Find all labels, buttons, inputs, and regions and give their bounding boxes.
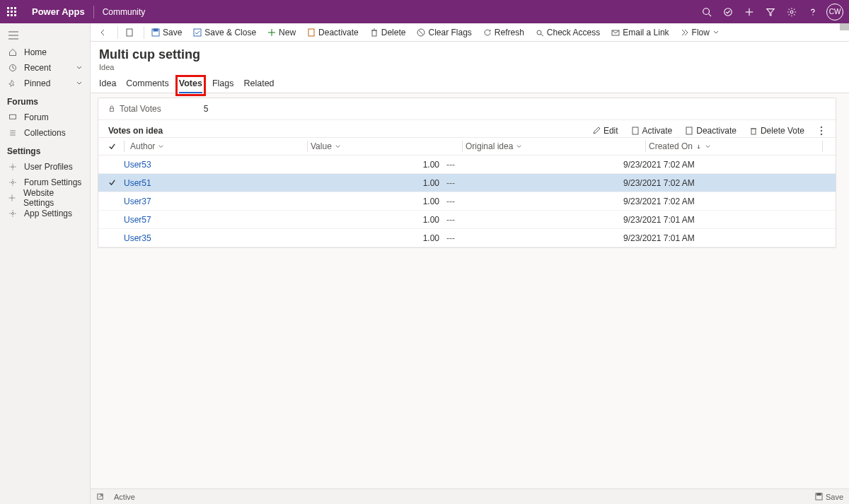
cell-value: 1.00 [298, 215, 446, 225]
svg-rect-1 [11, 7, 13, 9]
sidebar-item-label: User Profiles [24, 162, 73, 172]
author-link[interactable]: User35 [124, 233, 151, 243]
author-link[interactable]: User37 [124, 197, 151, 206]
svg-point-49 [821, 130, 822, 131]
svg-rect-31 [194, 29, 201, 36]
record-status: Active [114, 493, 135, 501]
total-votes-value: 5 [204, 104, 209, 114]
cell-original: --- [446, 178, 623, 188]
cell-created: 9/23/2021 7:02 AM [623, 197, 826, 206]
grid-header-row: Author Value Original idea Created On [98, 137, 836, 156]
refresh-button[interactable]: Refresh [478, 23, 530, 41]
help-icon[interactable] [802, 0, 824, 23]
svg-rect-2 [14, 7, 16, 9]
lock-icon [108, 105, 115, 112]
svg-point-50 [821, 134, 822, 135]
grid-deactivate-button[interactable]: Deactivate [685, 126, 737, 136]
deactivate-button[interactable]: Deactivate [301, 23, 364, 41]
col-value[interactable]: Value [311, 141, 459, 151]
grid-activate-button[interactable]: Activate [631, 126, 673, 136]
table-row[interactable]: User351.00---9/23/2021 7:01 AM [98, 229, 836, 247]
cell-value: 1.00 [298, 233, 446, 243]
sidebar-item-home[interactable]: Home [0, 45, 90, 60]
clear-flags-button[interactable]: Clear Flags [411, 23, 477, 41]
cell-value: 1.00 [298, 160, 446, 170]
sidebar-item-recent[interactable]: Recent [0, 60, 90, 76]
record-title: Multi cup setting [99, 47, 849, 62]
flow-button[interactable]: Flow [675, 23, 728, 41]
svg-line-10 [709, 13, 712, 16]
svg-point-25 [12, 182, 14, 184]
save-close-button[interactable]: Save & Close [187, 23, 262, 41]
svg-point-48 [821, 127, 822, 128]
svg-rect-3 [7, 11, 9, 13]
sidebar-item-label: Pinned [24, 78, 50, 88]
table-row[interactable]: User371.00---9/23/2021 7:02 AM [98, 192, 836, 211]
sidebar-item-label: Forum [24, 112, 49, 122]
svg-rect-53 [817, 493, 821, 496]
popout-icon[interactable] [96, 493, 104, 500]
sidebar-item-collections[interactable]: Collections [0, 125, 90, 141]
svg-point-11 [724, 8, 732, 16]
new-button[interactable]: New [262, 23, 301, 41]
svg-point-24 [12, 166, 14, 168]
open-record-set-icon[interactable] [120, 23, 142, 41]
tab-comments[interactable]: Comments [126, 78, 168, 93]
sidebar-item-app-settings[interactable]: App Settings [0, 206, 90, 221]
search-icon[interactable] [696, 0, 717, 23]
gear-icon[interactable] [781, 0, 802, 23]
author-link[interactable]: User53 [124, 160, 151, 170]
author-link[interactable]: User57 [124, 215, 151, 225]
nav-collapse-icon[interactable] [0, 26, 90, 45]
gear-icon [7, 178, 18, 187]
tab-flags[interactable]: Flags [212, 78, 234, 93]
sidebar-item-website-settings[interactable]: Website Settings [0, 190, 90, 206]
add-icon[interactable] [739, 0, 760, 23]
select-all-checkbox[interactable] [108, 143, 121, 151]
total-votes-row: Total Votes 5 [98, 98, 836, 120]
filter-icon[interactable] [760, 0, 781, 23]
svg-rect-30 [154, 29, 158, 31]
environment-name[interactable]: Community [94, 7, 154, 17]
save-button[interactable]: Save [146, 23, 187, 41]
pin-icon [7, 79, 18, 88]
col-original-idea[interactable]: Original idea [466, 141, 642, 151]
tab-related[interactable]: Related [243, 78, 274, 93]
svg-point-9 [703, 8, 710, 14]
user-avatar[interactable]: CW [826, 4, 843, 20]
grid-more-icon[interactable] [817, 126, 826, 136]
svg-rect-44 [633, 127, 638, 134]
cell-created: 9/23/2021 7:02 AM [623, 160, 826, 170]
grid-edit-button[interactable]: Edit [592, 126, 618, 136]
col-created-on[interactable]: Created On [649, 141, 819, 151]
votes-card: Total Votes 5 Votes on idea Edit Activat… [98, 98, 836, 248]
table-row[interactable]: User511.00---9/23/2021 7:02 AM [98, 174, 836, 192]
tab-votes[interactable]: Votes [179, 78, 202, 93]
svg-point-14 [790, 11, 793, 13]
sidebar-item-user-profiles[interactable]: User Profiles [0, 159, 90, 175]
table-row[interactable]: User531.00---9/23/2021 7:02 AM [98, 156, 836, 174]
svg-rect-34 [308, 29, 314, 36]
scrollbar[interactable] [840, 23, 849, 30]
table-row[interactable]: User571.00---9/23/2021 7:01 AM [98, 211, 836, 229]
col-author[interactable]: Author [127, 141, 304, 151]
check-access-button[interactable]: Check Access [530, 23, 606, 41]
tab-idea[interactable]: Idea [99, 78, 116, 93]
record-entity: Idea [99, 63, 849, 71]
back-button[interactable] [93, 23, 116, 41]
app-launcher-icon[interactable] [0, 0, 23, 23]
sidebar-item-pinned[interactable]: Pinned [0, 76, 90, 91]
grid-delete-button[interactable]: Delete Vote [749, 126, 804, 136]
author-link[interactable]: User51 [124, 178, 151, 188]
svg-rect-20 [10, 115, 16, 119]
footer-save-button[interactable]: Save [815, 493, 843, 501]
cell-original: --- [446, 233, 623, 243]
delete-button[interactable]: Delete [364, 23, 412, 41]
home-icon [7, 48, 18, 57]
email-link-button[interactable]: Email a Link [606, 23, 674, 41]
sidebar-item-forum[interactable]: Forum [0, 110, 90, 125]
sidebar-item-label: Recent [24, 63, 51, 73]
row-check[interactable] [108, 179, 121, 187]
record-tabs: Idea Comments Votes Flags Related [91, 71, 849, 93]
task-icon[interactable] [717, 0, 739, 23]
